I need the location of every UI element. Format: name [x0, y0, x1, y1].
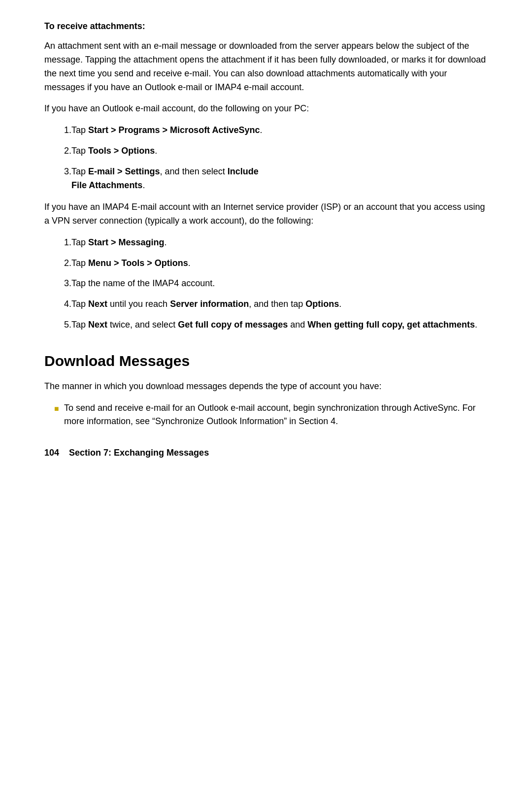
page-footer: 104 Section 7: Exchanging Messages [44, 446, 488, 460]
imap-step-1-bold: Start > Messaging [88, 237, 165, 247]
step-1-content: Tap Start > Programs > Microsoft ActiveS… [71, 124, 488, 137]
step-num-1: 1. [44, 124, 71, 137]
bullet-square-icon: ■ [44, 403, 64, 415]
imap-step-num-2: 2. [44, 257, 71, 270]
imap-step-5: 5. Tap Next twice, and select Get full c… [44, 318, 488, 332]
imap-step-num-5: 5. [44, 318, 71, 332]
step-2-bold: Tools > Options [88, 146, 155, 156]
outlook-intro-text: If you have an Outlook e-mail account, d… [44, 102, 488, 116]
imap-step-5-bold3: When getting full copy, get attachments [307, 320, 475, 330]
imap-step-1: 1. Tap Start > Messaging. [44, 236, 488, 250]
step-2-content: Tap Tools > Options. [71, 144, 488, 158]
step-3-content: Tap E-mail > Settings, and then select I… [71, 165, 488, 193]
imap-step-4-content: Tap Next until you reach Server informat… [71, 298, 488, 311]
outlook-step-1: 1. Tap Start > Programs > Microsoft Acti… [44, 124, 488, 137]
download-messages-title: Download Messages [44, 350, 488, 373]
step-num-2: 2. [44, 144, 71, 158]
imap-step-4-bold1: Next [88, 299, 107, 309]
footer-page-number: 104 [44, 446, 59, 460]
imap-step-5-bold1: Next [88, 320, 107, 330]
imap-step-2-content: Tap Menu > Tools > Options. [71, 257, 488, 270]
imap-step-4: 4. Tap Next until you reach Server infor… [44, 298, 488, 311]
imap-intro-text: If you have an IMAP4 E-mail account with… [44, 200, 488, 228]
receive-attachments-para1: An attachment sent with an e-mail messag… [44, 39, 488, 95]
imap-step-3-content: Tap the name of the IMAP4 account. [71, 277, 488, 291]
imap-step-1-content: Tap Start > Messaging. [71, 236, 488, 250]
outlook-steps-list: 1. Tap Start > Programs > Microsoft Acti… [44, 124, 488, 193]
step-num-3: 3. [44, 165, 71, 179]
outlook-step-3: 3. Tap E-mail > Settings, and then selec… [44, 165, 488, 193]
imap-step-num-4: 4. [44, 298, 71, 311]
download-messages-section: Download Messages The manner in which yo… [44, 350, 488, 429]
imap-step-num-3: 3. [44, 277, 71, 291]
imap-step-5-content: Tap Next twice, and select Get full copy… [71, 318, 488, 332]
step-1-bold: Start > Programs > Microsoft ActiveSync [88, 125, 260, 135]
imap-step-num-1: 1. [44, 236, 71, 250]
outlook-step-2: 2. Tap Tools > Options. [44, 144, 488, 158]
imap-step-3: 3. Tap the name of the IMAP4 account. [44, 277, 488, 291]
imap-step-4-bold3: Options [305, 299, 339, 309]
download-bullet-1: ■ To send and receive e-mail for an Outl… [44, 401, 488, 429]
imap-step-5-bold2: Get full copy of messages [178, 320, 288, 330]
imap-step-2-bold: Menu > Tools > Options [88, 258, 188, 268]
receive-attachments-section: To receive attachments: An attachment se… [44, 20, 488, 332]
receive-attachments-heading: To receive attachments: [44, 20, 488, 33]
download-bullets-list: ■ To send and receive e-mail for an Outl… [44, 401, 488, 429]
imap-step-4-bold2: Server information [170, 299, 249, 309]
imap-step-2: 2. Tap Menu > Tools > Options. [44, 257, 488, 270]
footer-section-label: Section 7: Exchanging Messages [69, 446, 209, 460]
imap-steps-list: 1. Tap Start > Messaging. 2. Tap Menu > … [44, 236, 488, 332]
step-3-bold1: E-mail > Settings [88, 166, 160, 176]
download-bullet-1-content: To send and receive e-mail for an Outloo… [64, 401, 488, 429]
download-messages-para1: The manner in which you download message… [44, 380, 488, 394]
